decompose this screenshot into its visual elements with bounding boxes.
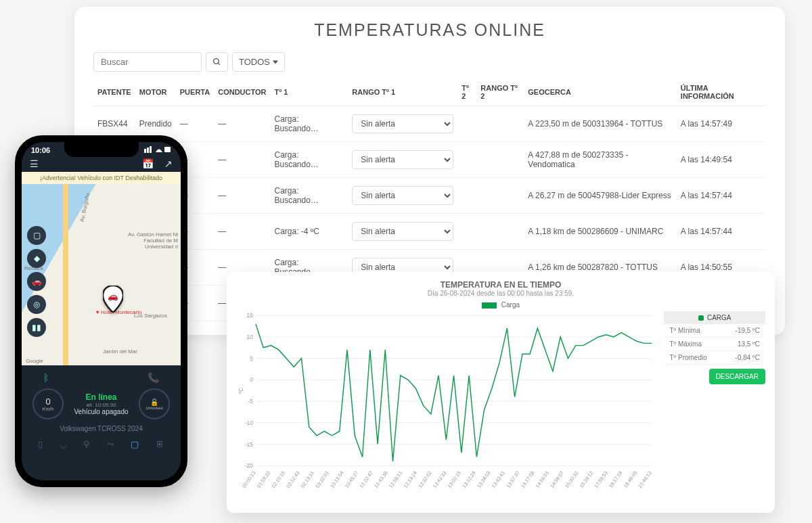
table-row[interactable]: ——Carga: Buscando…Sin alertaA 26,27 m de…	[93, 178, 766, 214]
table-row[interactable]: ——Carga: Buscando…Sin alertaA 427,88 m d…	[93, 142, 766, 178]
speed-gauge: 0 Km/h	[32, 388, 64, 419]
map-view[interactable]: Reñaca Av. Borgoño Av. Gastón Hamel Ni F…	[22, 184, 181, 367]
col-patente[interactable]: PATENTE	[93, 77, 135, 106]
svg-text:13:12:24: 13:12:24	[461, 470, 476, 488]
nav-signal-icon[interactable]: ◡	[60, 439, 67, 449]
svg-rect-50	[164, 147, 171, 152]
tool-vehicle-icon[interactable]: 🚗	[27, 272, 46, 291]
lock-gauge[interactable]: 🔓 Unlocked	[139, 388, 170, 419]
table-row[interactable]: ——Carga: -4 ºCSin alertaA 1,18 km de 500…	[93, 214, 766, 250]
search-icon	[212, 58, 221, 66]
chart-title: TEMPERATURA EN EL TIEMPO	[236, 280, 765, 290]
map-label-borgono: Av. Borgoño	[79, 192, 91, 222]
svg-text:15:39:12: 15:39:12	[579, 470, 594, 488]
col-puerta[interactable]: PUERTA	[176, 77, 214, 106]
svg-rect-47	[144, 149, 146, 153]
nav-shield-icon[interactable]: ⛨	[156, 439, 164, 449]
cell-t1: Carga: Buscando…	[270, 106, 348, 142]
legend-label: Carga	[501, 301, 520, 309]
search-button[interactable]	[206, 52, 228, 72]
vehicle-pin-icon[interactable]: 🚗	[103, 286, 123, 306]
cell-geocerca: A 427,88 m de 500273335 - Vendomatica	[524, 142, 677, 178]
cell-puerta: —	[176, 106, 214, 142]
bluetooth-icon[interactable]: ᛒ	[43, 372, 49, 383]
svg-text:5: 5	[250, 356, 253, 362]
vehicle-name: Volkswagen TCROSS 2024	[30, 425, 173, 432]
range-select[interactable]: Sin alerta	[352, 114, 453, 133]
col-rango2[interactable]: RANGO Tº 2	[476, 77, 524, 106]
signal-wifi-battery-icon	[144, 146, 171, 153]
status-time: alt. 10:05:30	[74, 402, 128, 408]
cell-ultima: A las 14:57:49	[677, 106, 766, 142]
svg-rect-48	[147, 147, 149, 153]
download-button[interactable]: DESCARGAR	[709, 369, 765, 384]
cell-conductor: —	[214, 142, 270, 178]
svg-text:13:57:37: 13:57:37	[505, 470, 520, 488]
search-input[interactable]	[93, 52, 202, 72]
col-motor[interactable]: MOTOR	[135, 77, 176, 106]
phone-screen: 10:06 ☰ 📅 ↗ ¡Advertencia! Vehículo con I…	[22, 142, 181, 480]
col-conductor[interactable]: CONDUCTOR	[214, 77, 270, 106]
col-geocerca[interactable]: GEOCERCA	[524, 77, 677, 106]
stats-value: -0,84 ºC	[736, 354, 760, 361]
stats-label: Tº Máxima	[669, 340, 702, 348]
cell-rango: Sin alerta	[348, 106, 457, 142]
svg-text:10:45:27: 10:45:27	[344, 470, 359, 488]
svg-text:0: 0	[250, 377, 253, 383]
cell-rango: Sin alerta	[348, 142, 457, 178]
range-select[interactable]: Sin alerta	[352, 222, 453, 241]
tool-layers-icon[interactable]: ◆	[27, 249, 46, 268]
cell-geocerca: A 26,27 m de 500457988-Lider Express	[524, 178, 677, 214]
chart-area[interactable]: -20-15-10-5051015ºC00:00:1301:59:2202:10…	[236, 311, 656, 501]
stats-label: Tº Mínima	[669, 327, 700, 334]
legend-swatch	[482, 302, 497, 309]
cell-rango: Sin alerta	[348, 214, 457, 250]
status-engine: Vehículo apagado	[74, 408, 128, 415]
nav-pin-icon[interactable]: ⚲	[83, 439, 90, 449]
calendar-icon[interactable]: 📅	[142, 158, 154, 169]
filter-dropdown[interactable]: TODOS	[232, 52, 285, 72]
svg-text:18:48:05: 18:48:05	[623, 470, 638, 488]
col-ultima[interactable]: ÚLTIMA INFORMACIÓN	[677, 77, 766, 106]
nav-phone-icon[interactable]: ▯	[38, 439, 43, 449]
table-row[interactable]: FBSX44Prendido——Carga: Buscando…Sin aler…	[93, 106, 766, 142]
svg-text:02:12:43: 02:12:43	[285, 470, 300, 488]
map-label-univ: Av. Gastón Hamel Ni Facultad de M Univer…	[128, 231, 178, 250]
series-color-icon	[698, 315, 704, 321]
stats-row: Tº Máxima13,5 ºC	[664, 338, 765, 351]
cell-geocerca: A 223,50 m de 500313964 - TOTTUS	[524, 106, 677, 142]
stats-value: 13,5 ºC	[738, 340, 760, 348]
stats-head-label: CARGA	[707, 314, 731, 321]
range-select[interactable]: Sin alerta	[352, 186, 453, 205]
tool-locate-icon[interactable]: ◎	[27, 295, 46, 314]
col-rango1[interactable]: RANGO Tº 1	[348, 77, 457, 106]
nav-geofence-icon[interactable]: ▢	[131, 439, 139, 449]
svg-text:18:17:18: 18:17:18	[608, 470, 623, 488]
cell-t1: Carga: -4 ºC	[270, 214, 348, 250]
stats-row: Tº Mínima-19,5 ºC	[664, 324, 765, 338]
svg-text:02:10:16: 02:10:16	[270, 470, 286, 488]
svg-text:10: 10	[247, 334, 254, 340]
svg-text:-20: -20	[245, 463, 253, 469]
caret-down-icon	[273, 60, 278, 65]
tool-route-icon[interactable]: ▮▮	[27, 318, 46, 337]
svg-text:15: 15	[247, 313, 254, 319]
range-select[interactable]: Sin alerta	[352, 150, 453, 169]
bottom-panel: ᛒ 📞 0 Km/h En línea alt. 10:05:30 Vehícu…	[22, 365, 181, 480]
tool-geofence-icon[interactable]: ▢	[27, 226, 46, 245]
status-online: En línea	[74, 392, 128, 402]
share-icon[interactable]: ↗	[164, 158, 173, 169]
svg-text:ºC: ºC	[238, 388, 244, 394]
col-t2[interactable]: Tº 2	[457, 77, 476, 106]
nav-chart-icon[interactable]: ⤳	[107, 439, 114, 449]
phone-notch	[64, 142, 139, 157]
menu-icon[interactable]: ☰	[30, 158, 39, 169]
col-t1[interactable]: Tº 1	[270, 77, 348, 106]
svg-text:-15: -15	[245, 442, 253, 448]
stats-value: -19,5 ºC	[736, 327, 760, 334]
cell-rango: Sin alerta	[348, 178, 457, 214]
vehicle-status: En línea alt. 10:05:30 Vehículo apagado	[74, 392, 128, 415]
svg-rect-49	[150, 146, 152, 153]
call-icon[interactable]: 📞	[148, 372, 159, 383]
svg-point-0	[214, 59, 219, 64]
